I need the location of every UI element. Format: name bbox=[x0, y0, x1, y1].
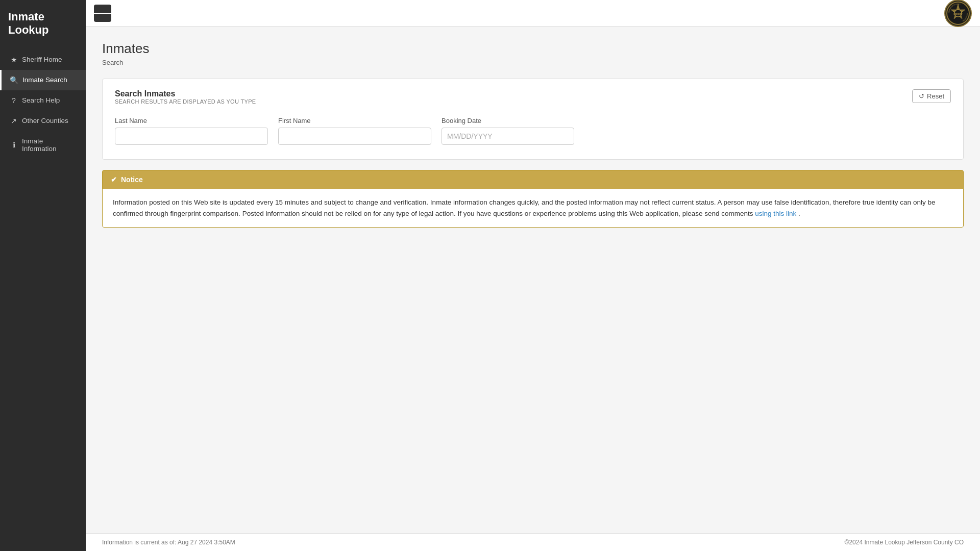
first-name-label: First Name bbox=[278, 117, 431, 124]
reset-button[interactable]: ↺ Reset bbox=[912, 89, 951, 103]
sidebar: Inmate Lookup ★ Sheriff Home 🔍 Inmate Se… bbox=[0, 0, 86, 551]
main-content: SHERIFF JEFFERSON COUNTY COLORADO Inmate… bbox=[86, 0, 980, 551]
booking-date-label: Booking Date bbox=[442, 117, 574, 124]
search-subtitle: SEARCH RESULTS ARE DISPLAYED AS YOU TYPE bbox=[115, 98, 256, 105]
sidebar-item-inmate-search[interactable]: 🔍 Inmate Search bbox=[0, 70, 86, 90]
booking-date-group: Booking Date bbox=[442, 117, 574, 145]
star-icon: ★ bbox=[10, 56, 18, 64]
info-icon: ℹ bbox=[10, 141, 18, 149]
search-icon: 🔍 bbox=[10, 76, 18, 84]
breadcrumb: Search bbox=[102, 59, 964, 66]
topbar: SHERIFF JEFFERSON COUNTY COLORADO bbox=[86, 0, 980, 27]
notice-header: ✔ Notice bbox=[103, 170, 963, 189]
sidebar-item-label: Sheriff Home bbox=[22, 56, 62, 63]
notice-check-icon: ✔ bbox=[111, 176, 117, 184]
search-card-title: Search Inmates bbox=[115, 89, 256, 98]
external-link-icon: ↗ bbox=[10, 117, 18, 125]
notice-header-label: Notice bbox=[121, 176, 143, 184]
help-icon: ? bbox=[10, 96, 18, 105]
notice-text-end: . bbox=[798, 210, 800, 217]
sidebar-item-inmate-information[interactable]: ℹ Inmate Information bbox=[0, 131, 86, 159]
first-name-input[interactable] bbox=[278, 128, 431, 145]
sidebar-brand: Inmate Lookup bbox=[0, 0, 86, 49]
svg-text:SHERIFF: SHERIFF bbox=[953, 13, 963, 15]
last-name-label: Last Name bbox=[115, 117, 268, 124]
reset-icon: ↺ bbox=[919, 92, 924, 100]
notice-body: Information posted on this Web site is u… bbox=[103, 189, 963, 227]
search-card: Search Inmates SEARCH RESULTS ARE DISPLA… bbox=[102, 79, 964, 160]
sidebar-nav: ★ Sheriff Home 🔍 Inmate Search ? Search … bbox=[0, 49, 86, 159]
badge-svg: SHERIFF JEFFERSON COUNTY COLORADO bbox=[946, 1, 970, 26]
sidebar-item-label: Inmate Search bbox=[22, 76, 67, 84]
first-name-group: First Name bbox=[278, 117, 431, 145]
notice-link[interactable]: using this link bbox=[755, 210, 796, 217]
sidebar-item-label: Other Counties bbox=[22, 117, 68, 124]
last-name-group: Last Name bbox=[115, 117, 268, 145]
footer: Information is current as of: Aug 27 202… bbox=[86, 533, 980, 551]
sheriff-logo: SHERIFF JEFFERSON COUNTY COLORADO bbox=[944, 0, 972, 27]
reset-label: Reset bbox=[927, 92, 944, 100]
page-content: Inmates Search Search Inmates SEARCH RES… bbox=[86, 27, 980, 551]
booking-date-input[interactable] bbox=[442, 128, 574, 145]
sidebar-item-other-counties[interactable]: ↗ Other Counties bbox=[0, 111, 86, 131]
notice-box: ✔ Notice Information posted on this Web … bbox=[102, 170, 964, 228]
footer-copyright: ©2024 Inmate Lookup Jefferson County CO bbox=[845, 539, 964, 546]
menu-toggle-button[interactable] bbox=[94, 5, 111, 22]
hamburger-icon bbox=[106, 13, 111, 14]
sheriff-badge: SHERIFF JEFFERSON COUNTY COLORADO bbox=[944, 0, 972, 27]
footer-timestamp: Information is current as of: Aug 27 202… bbox=[102, 539, 235, 546]
search-card-header: Search Inmates SEARCH RESULTS ARE DISPLA… bbox=[115, 89, 951, 115]
sidebar-item-search-help[interactable]: ? Search Help bbox=[0, 90, 86, 111]
hamburger-icon bbox=[94, 13, 100, 14]
sidebar-item-label: Search Help bbox=[22, 96, 60, 104]
notice-text: Information posted on this Web site is u… bbox=[113, 198, 935, 217]
search-form-row: Last Name First Name Booking Date bbox=[115, 117, 951, 145]
sidebar-item-sheriff-home[interactable]: ★ Sheriff Home bbox=[0, 49, 86, 70]
sidebar-item-label: Inmate Information bbox=[22, 137, 78, 153]
last-name-input[interactable] bbox=[115, 128, 268, 145]
brand-title: Inmate Lookup bbox=[8, 10, 78, 37]
page-title: Inmates bbox=[102, 41, 964, 57]
hamburger-icon bbox=[100, 13, 105, 14]
